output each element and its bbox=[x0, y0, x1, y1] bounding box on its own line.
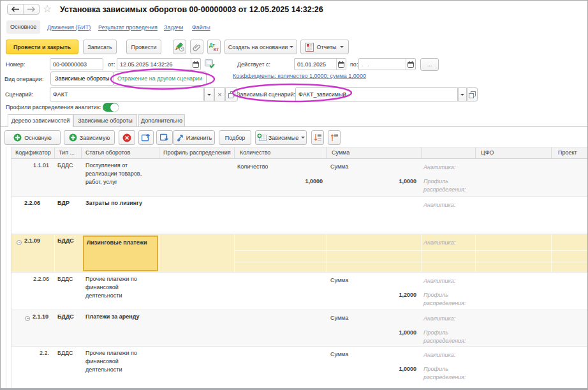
table-body: 1.1.01 БДДС Поступления от реализации то… bbox=[11, 159, 588, 388]
nav-tab-posting-result[interactable]: Результат проведения bbox=[98, 24, 158, 31]
number-value: 00-00000003 bbox=[50, 61, 103, 68]
column-header-article[interactable]: Статья оборотов bbox=[81, 147, 159, 158]
page-title: Установка зависимых оборотов 00-00000003… bbox=[60, 5, 323, 14]
cell-codifier: 2.2. bbox=[40, 347, 49, 388]
create-based-on-button[interactable]: Создать на основании bbox=[224, 40, 297, 54]
datetime-value: 12.05.2025 14:32:26 bbox=[117, 61, 191, 68]
valid-to-field[interactable]: . . bbox=[358, 58, 416, 70]
favorite-star-icon[interactable]: ☆ bbox=[43, 3, 52, 15]
forward-arrow-icon bbox=[27, 6, 36, 12]
table-row[interactable]: 2.2.06 БДДС Прочие платежи по финансовой… bbox=[11, 273, 588, 310]
cell-article: Прочие платежи по финансовой деятельност… bbox=[85, 347, 159, 388]
doc-arrow-down-icon bbox=[160, 133, 169, 142]
post-button[interactable]: Провести bbox=[126, 40, 161, 54]
cell-sum-label: Сумма bbox=[330, 314, 348, 322]
calendar-button[interactable] bbox=[191, 59, 200, 70]
scenario-dropdown-button[interactable] bbox=[204, 87, 214, 101]
column-header-cfo[interactable]: ЦФО bbox=[475, 147, 551, 158]
scenario-field[interactable]: ФАКТ bbox=[50, 87, 204, 101]
number-label: Номер: bbox=[6, 61, 25, 68]
tree-collapse-icon[interactable] bbox=[25, 316, 30, 321]
caret-down-icon bbox=[290, 46, 293, 48]
nav-tab-main[interactable]: Основное bbox=[6, 20, 40, 34]
column-header-sum[interactable]: Сумма bbox=[326, 147, 421, 158]
dependents-label: Зависимые bbox=[268, 135, 298, 141]
cell-sum-value: 1,0000 bbox=[399, 177, 416, 186]
add-dependent-button[interactable]: Зависимую bbox=[64, 130, 115, 145]
column-header-project[interactable]: Проект bbox=[551, 147, 588, 158]
forward-button[interactable] bbox=[24, 4, 39, 14]
expand-all-button[interactable] bbox=[311, 130, 324, 145]
debit-credit-button[interactable]: Дт Кт bbox=[207, 40, 221, 54]
scenario-clear-button[interactable]: × bbox=[214, 87, 225, 101]
datetime-field[interactable]: 12.05.2025 14:32:26 bbox=[117, 58, 201, 70]
back-button[interactable] bbox=[8, 4, 24, 14]
collapse-all-button[interactable] bbox=[328, 130, 341, 145]
open-link-icon bbox=[228, 91, 235, 98]
cell-article-selected[interactable]: Лизинговые платежи bbox=[83, 236, 158, 271]
reports-button[interactable]: Отчеты bbox=[300, 40, 349, 54]
dependent-scenario-dropdown-button[interactable] bbox=[458, 87, 467, 101]
column-header-quantity[interactable]: Количество bbox=[234, 147, 326, 158]
more-button[interactable]: ... bbox=[420, 58, 439, 71]
delete-circle-icon bbox=[122, 133, 131, 142]
add-dependent-label: Зависимую bbox=[80, 135, 110, 141]
nav-tab-movements[interactable]: Движения (БИТ) bbox=[47, 24, 91, 31]
column-header-profile[interactable]: Профиль распределения bbox=[159, 147, 234, 158]
cell-analytics-label: Аналитика: bbox=[423, 201, 455, 209]
dependents-button[interactable]: Зависимые bbox=[255, 130, 307, 145]
cell-codifier: 1.1.01 bbox=[33, 159, 49, 196]
table-row[interactable]: 1.1.01 БДДС Поступления от реализации то… bbox=[11, 159, 588, 197]
delete-row-button[interactable] bbox=[119, 130, 135, 145]
page-tab-dependency-tree[interactable]: Дерево зависимостей bbox=[8, 114, 73, 127]
sign-button[interactable] bbox=[173, 40, 186, 54]
calendar-button[interactable] bbox=[406, 59, 415, 70]
cell-type: БДДС bbox=[57, 273, 73, 310]
nav-tab-files[interactable]: Файлы bbox=[192, 24, 210, 31]
save-button[interactable]: Записать bbox=[83, 40, 117, 54]
cell-profile-label: Профиль распределения: bbox=[423, 177, 474, 193]
cell-analytics-label: Аналитика: bbox=[423, 277, 455, 285]
column-header-analytics[interactable] bbox=[421, 147, 475, 158]
attachments-button[interactable] bbox=[190, 40, 203, 54]
page-tab-additional[interactable]: Дополнительно bbox=[138, 114, 185, 126]
report-icon bbox=[305, 43, 314, 52]
table-row-selected[interactable]: 2.1.09 БДДС Лизинговые платежи Аналитика… bbox=[11, 234, 588, 273]
add-main-button[interactable]: Основную bbox=[4, 130, 61, 145]
profiles-toggle[interactable] bbox=[103, 103, 119, 112]
calendar-icon bbox=[193, 61, 199, 68]
column-header-type[interactable]: Тип ... bbox=[54, 147, 81, 158]
operation-option-dependent[interactable]: Зависимые обороты bbox=[50, 71, 114, 86]
table-row[interactable]: 2.1.10 БДДС Платежи за аренду Сумма 1,00… bbox=[11, 310, 588, 347]
page-tab-dependent-turnovers[interactable]: Зависимые обороты bbox=[73, 114, 137, 126]
cell-profile-label: Профиль распределения: bbox=[423, 365, 474, 381]
coefficients-link[interactable]: Коэффициенты: количество 1,0000; сумма 1… bbox=[233, 73, 366, 79]
valid-from-field[interactable]: 01.01.2025 bbox=[294, 58, 346, 70]
calendar-button[interactable] bbox=[336, 59, 346, 70]
column-header-codifier[interactable]: Кодификатор bbox=[11, 147, 54, 158]
tree-collapse-icon[interactable] bbox=[17, 240, 22, 245]
scenario-value: ФАКТ bbox=[50, 91, 203, 98]
valid-to-label: по: bbox=[350, 61, 358, 68]
change-button[interactable]: Изменить bbox=[173, 130, 215, 145]
cell-sum-value: 1,2000 bbox=[399, 291, 416, 299]
cell-sum-label: Сумма bbox=[330, 350, 348, 359]
post-and-close-button[interactable]: Провести и закрыть bbox=[6, 40, 78, 54]
operation-option-reflection[interactable]: Отражение на другом сценарии bbox=[113, 71, 207, 86]
number-field[interactable]: 00-00000003 bbox=[50, 58, 103, 70]
table-row[interactable]: 2.2. БДДС Прочие платежи по финансовой д… bbox=[11, 347, 588, 388]
dependent-scenario-label: Зависимый сценарий: bbox=[237, 91, 295, 98]
open-link-icon bbox=[469, 91, 476, 98]
scenario-open-button[interactable] bbox=[225, 87, 238, 101]
cell-type: БДДС bbox=[57, 234, 74, 272]
nav-tab-tasks[interactable]: Задачи bbox=[164, 24, 183, 31]
dependent-scenario-field[interactable]: ФАКТ_зависимый bbox=[295, 87, 458, 101]
table-row[interactable]: 2.2.06 БДР Затраты по лизингу Аналитика: bbox=[11, 197, 588, 234]
swap-arrows-icon bbox=[176, 133, 184, 142]
pick-button[interactable]: Подбор bbox=[219, 130, 251, 145]
cell-codifier: 2.2.06 bbox=[33, 273, 49, 310]
dependent-scenario-open-button[interactable] bbox=[467, 87, 478, 101]
cell-quantity-value: 1,0000 bbox=[305, 177, 323, 186]
move-in-button[interactable] bbox=[156, 130, 173, 145]
move-out-button[interactable] bbox=[138, 130, 154, 145]
